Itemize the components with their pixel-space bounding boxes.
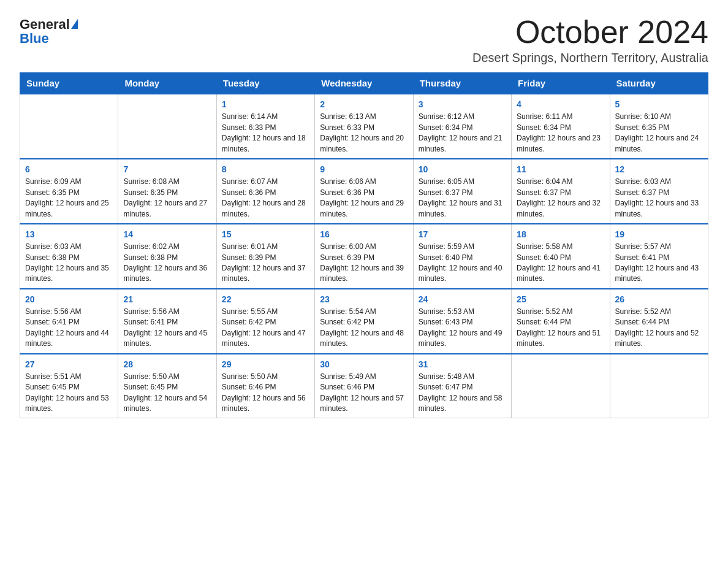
day-info: Daylight: 12 hours and 25 minutes.	[25, 198, 113, 220]
month-title: October 2024	[472, 15, 708, 50]
day-info: Sunrise: 5:51 AM	[25, 372, 113, 382]
day-cell: 10Sunrise: 6:05 AMSunset: 6:37 PMDayligh…	[413, 159, 511, 224]
day-cell: 29Sunrise: 5:50 AMSunset: 6:46 PMDayligh…	[216, 354, 314, 418]
day-number: 13	[25, 228, 113, 240]
day-info: Sunset: 6:41 PM	[615, 253, 703, 263]
day-cell: 26Sunrise: 5:52 AMSunset: 6:44 PMDayligh…	[610, 289, 708, 354]
week-row-2: 6Sunrise: 6:09 AMSunset: 6:35 PMDaylight…	[20, 159, 708, 224]
day-info: Sunrise: 5:58 AM	[517, 242, 604, 252]
day-cell: 21Sunrise: 5:56 AMSunset: 6:41 PMDayligh…	[118, 289, 216, 354]
day-info: Daylight: 12 hours and 49 minutes.	[419, 328, 506, 350]
day-number: 11	[517, 163, 604, 175]
day-info: Sunrise: 6:14 AM	[222, 112, 309, 122]
day-info: Sunrise: 6:12 AM	[419, 112, 506, 122]
day-info: Sunrise: 6:03 AM	[25, 242, 113, 252]
day-info: Sunrise: 5:55 AM	[222, 307, 309, 317]
day-info: Sunset: 6:44 PM	[517, 317, 604, 327]
day-info: Sunset: 6:46 PM	[222, 382, 309, 393]
day-info: Sunset: 6:41 PM	[123, 317, 211, 327]
day-info: Daylight: 12 hours and 32 minutes.	[517, 198, 604, 220]
day-number: 5	[615, 98, 703, 110]
weekday-sunday: Sunday	[20, 73, 118, 94]
day-info: Daylight: 12 hours and 48 minutes.	[320, 328, 408, 350]
day-cell: 23Sunrise: 5:54 AMSunset: 6:42 PMDayligh…	[315, 289, 413, 354]
day-info: Sunrise: 5:53 AM	[419, 307, 506, 317]
day-info: Sunset: 6:37 PM	[517, 188, 604, 198]
day-number: 8	[222, 163, 309, 175]
day-info: Sunset: 6:34 PM	[517, 123, 604, 133]
day-number: 30	[320, 358, 408, 370]
day-number: 17	[419, 228, 506, 240]
day-info: Sunrise: 6:11 AM	[517, 112, 604, 122]
day-info: Sunset: 6:42 PM	[222, 317, 309, 327]
day-cell: 24Sunrise: 5:53 AMSunset: 6:43 PMDayligh…	[413, 289, 511, 354]
weekday-wednesday: Wednesday	[315, 73, 413, 94]
day-info: Daylight: 12 hours and 24 minutes.	[615, 133, 703, 155]
day-cell	[118, 94, 216, 159]
day-info: Daylight: 12 hours and 40 minutes.	[419, 263, 506, 285]
day-info: Sunset: 6:46 PM	[320, 382, 408, 393]
day-info: Sunrise: 6:06 AM	[320, 177, 408, 187]
day-info: Sunrise: 5:54 AM	[320, 307, 408, 317]
day-cell: 18Sunrise: 5:58 AMSunset: 6:40 PMDayligh…	[512, 224, 610, 289]
day-info: Sunset: 6:37 PM	[615, 188, 703, 198]
day-number: 21	[123, 293, 211, 305]
day-info: Sunset: 6:40 PM	[517, 253, 604, 263]
day-number: 14	[123, 228, 211, 240]
day-info: Sunrise: 6:07 AM	[222, 177, 309, 187]
day-info: Daylight: 12 hours and 58 minutes.	[419, 393, 506, 415]
day-cell: 17Sunrise: 5:59 AMSunset: 6:40 PMDayligh…	[413, 224, 511, 289]
day-info: Sunset: 6:41 PM	[25, 317, 113, 327]
day-number: 18	[517, 228, 604, 240]
day-info: Sunset: 6:45 PM	[25, 382, 113, 393]
day-cell: 27Sunrise: 5:51 AMSunset: 6:45 PMDayligh…	[20, 354, 118, 418]
day-cell: 1Sunrise: 6:14 AMSunset: 6:33 PMDaylight…	[216, 94, 314, 159]
day-info: Sunrise: 6:02 AM	[123, 242, 211, 252]
day-cell	[512, 354, 610, 418]
day-info: Sunrise: 6:00 AM	[320, 242, 408, 252]
day-info: Daylight: 12 hours and 23 minutes.	[517, 133, 604, 155]
day-info: Daylight: 12 hours and 28 minutes.	[222, 198, 309, 220]
day-number: 20	[25, 293, 113, 305]
day-info: Daylight: 12 hours and 45 minutes.	[123, 328, 211, 350]
logo-blue: Blue	[20, 31, 49, 47]
day-cell: 4Sunrise: 6:11 AMSunset: 6:34 PMDaylight…	[512, 94, 610, 159]
day-info: Sunset: 6:38 PM	[123, 253, 211, 263]
title-block: October 2024 Desert Springs, Northern Te…	[472, 15, 708, 65]
day-info: Sunset: 6:36 PM	[320, 188, 408, 198]
day-cell: 15Sunrise: 6:01 AMSunset: 6:39 PMDayligh…	[216, 224, 314, 289]
day-info: Sunset: 6:35 PM	[615, 123, 703, 133]
day-info: Sunrise: 5:59 AM	[419, 242, 506, 252]
weekday-monday: Monday	[118, 73, 216, 94]
day-info: Sunrise: 5:56 AM	[123, 307, 211, 317]
day-cell: 5Sunrise: 6:10 AMSunset: 6:35 PMDaylight…	[610, 94, 708, 159]
day-number: 10	[419, 163, 506, 175]
day-info: Daylight: 12 hours and 36 minutes.	[123, 263, 211, 285]
day-info: Sunset: 6:45 PM	[123, 382, 211, 393]
day-info: Sunset: 6:36 PM	[222, 188, 309, 198]
day-cell: 9Sunrise: 6:06 AMSunset: 6:36 PMDaylight…	[315, 159, 413, 224]
day-number: 12	[615, 163, 703, 175]
weekday-friday: Friday	[512, 73, 610, 94]
day-cell: 19Sunrise: 5:57 AMSunset: 6:41 PMDayligh…	[610, 224, 708, 289]
day-number: 15	[222, 228, 309, 240]
day-cell: 31Sunrise: 5:48 AMSunset: 6:47 PMDayligh…	[413, 354, 511, 418]
location-title: Desert Springs, Northern Territory, Aust…	[472, 51, 708, 65]
day-info: Sunset: 6:38 PM	[25, 253, 113, 263]
day-number: 4	[517, 98, 604, 110]
day-number: 28	[123, 358, 211, 370]
day-cell: 22Sunrise: 5:55 AMSunset: 6:42 PMDayligh…	[216, 289, 314, 354]
day-cell: 12Sunrise: 6:03 AMSunset: 6:37 PMDayligh…	[610, 159, 708, 224]
day-number: 25	[517, 293, 604, 305]
day-info: Sunset: 6:33 PM	[320, 123, 408, 133]
day-number: 6	[25, 163, 113, 175]
day-info: Sunrise: 5:52 AM	[517, 307, 604, 317]
day-info: Sunrise: 6:09 AM	[25, 177, 113, 187]
day-cell: 14Sunrise: 6:02 AMSunset: 6:38 PMDayligh…	[118, 224, 216, 289]
day-info: Sunrise: 6:13 AM	[320, 112, 408, 122]
day-info: Daylight: 12 hours and 44 minutes.	[25, 328, 113, 350]
day-number: 24	[419, 293, 506, 305]
day-info: Daylight: 12 hours and 47 minutes.	[222, 328, 309, 350]
day-cell: 16Sunrise: 6:00 AMSunset: 6:39 PMDayligh…	[315, 224, 413, 289]
day-info: Sunrise: 6:04 AM	[517, 177, 604, 187]
